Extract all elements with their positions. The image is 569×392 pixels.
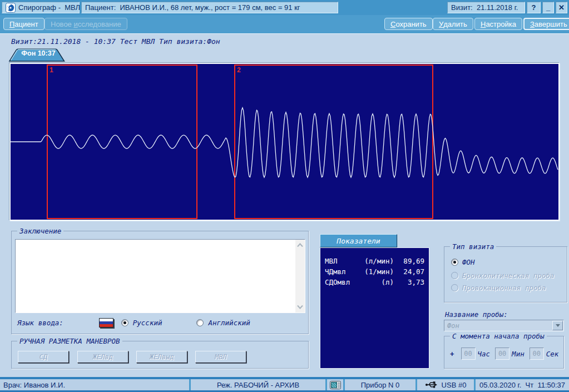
app-title-segment: Спирограф - МВЛ bbox=[2, 2, 80, 13]
usb-icon bbox=[425, 381, 437, 389]
visit-summary-line: Визит:21.11.2018 - 10:37 Тест МВЛ Тип ви… bbox=[11, 37, 220, 46]
close-button[interactable]: ✕ bbox=[556, 2, 567, 13]
finish-button[interactable]: Завершить bbox=[523, 18, 569, 30]
conclusion-scrollbar[interactable] bbox=[295, 240, 305, 312]
title-bar: Спирограф - МВЛ Пациент: ИВАНОВ И.И., 68… bbox=[0, 0, 569, 15]
usb-label: USB #0 bbox=[442, 381, 467, 389]
app-logo-icon bbox=[6, 3, 16, 13]
visit-provocation-label: Провокационная проба bbox=[462, 284, 546, 292]
tab-fon-label: Фон 10:37 bbox=[7, 49, 70, 57]
radio-visit-broncholytic bbox=[451, 272, 458, 279]
minutes-field: 00 bbox=[495, 348, 509, 360]
dropdown-button[interactable] bbox=[552, 321, 563, 330]
spirogram-chart[interactable]: 12 bbox=[9, 63, 560, 221]
status-bar: Врач: Иванов И.И. Реж. РАБОЧИЙ - АРХИВ П… bbox=[0, 379, 569, 390]
visit-type-title: Тип визита bbox=[450, 242, 496, 251]
manual-marking-title: РУЧНАЯ РАЗМЕТКА МАНЕВРОВ bbox=[17, 337, 122, 345]
probe-name-value: Фон bbox=[444, 322, 552, 330]
plus-label: + bbox=[450, 350, 454, 358]
toolbar: Пациент Новое исследование Сохранить Уда… bbox=[0, 15, 569, 33]
conclusion-textarea[interactable] bbox=[15, 239, 305, 313]
scroll-down-icon[interactable] bbox=[297, 305, 303, 309]
hours-label: Час bbox=[478, 350, 491, 358]
visit-date: Визит: 21.11.2018 г. bbox=[447, 2, 525, 13]
svg-text:2: 2 bbox=[237, 66, 241, 74]
mvl-button: МВЛ bbox=[195, 351, 246, 363]
seconds-field: 00 bbox=[530, 348, 544, 360]
indicators-header[interactable]: Показатели bbox=[320, 234, 397, 247]
svg-text:1: 1 bbox=[50, 66, 53, 74]
manual-marking-group: РУЧНАЯ РАЗМЕТКА МАНЕВРОВ СД ЖЕЛвд ЖЕЛвыд… bbox=[11, 341, 309, 369]
zhel-vyd-button: ЖЕЛвыд bbox=[136, 351, 187, 363]
russian-flag-icon bbox=[99, 318, 113, 328]
patient-info: Пациент: ИВАНОВ И.И., 68 лет, муж., рост… bbox=[81, 2, 338, 13]
probe-timer-title: С момента начала пробы bbox=[450, 332, 547, 340]
minutes-label: Мин bbox=[512, 350, 525, 358]
visit-broncholytic-label: Бронхолитическая проба bbox=[462, 271, 555, 280]
seconds-label: Сек bbox=[546, 350, 559, 358]
indicator-row: СДОмвл (л) 3,73 bbox=[325, 277, 424, 287]
lang-russian-label: Русский bbox=[133, 319, 162, 327]
indicator-row: ЧДмвл (1/мин) 24,07 bbox=[325, 266, 424, 277]
new-study-button: Новое исследование bbox=[44, 18, 127, 30]
conclusion-group: Заключение Язык ввода: Русск bbox=[11, 231, 309, 334]
settings-button[interactable]: Настройка bbox=[474, 18, 522, 30]
visit-type-group: Тип визита ФОН Бронхолитическая проба Пр… bbox=[444, 246, 567, 302]
chevron-down-icon bbox=[556, 324, 560, 327]
radio-lang-english[interactable] bbox=[196, 319, 204, 326]
scroll-up-icon[interactable] bbox=[297, 243, 303, 247]
lang-english-label: Английский bbox=[208, 319, 250, 327]
status-datetime: 05.03.2020 г. Чт 11:50:37 bbox=[476, 379, 569, 390]
radio-lang-russian[interactable] bbox=[121, 319, 128, 326]
probe-timer-group: С момента начала пробы + 00 Час 00 Мин 0… bbox=[444, 336, 564, 369]
conclusion-title: Заключение bbox=[17, 227, 63, 235]
radio-visit-fon[interactable] bbox=[451, 259, 458, 266]
app-window: Спирограф - МВЛ Пациент: ИВАНОВ И.И., 68… bbox=[0, 0, 569, 392]
input-language-label: Язык ввода: bbox=[17, 319, 63, 327]
indicator-row: МВЛ (л/мин) 89,69 bbox=[325, 256, 424, 266]
device-icon bbox=[327, 379, 343, 390]
status-usb: USB #0 bbox=[417, 379, 474, 390]
content-area: Визит:21.11.2018 - 10:37 Тест МВЛ Тип ви… bbox=[0, 33, 569, 377]
radio-visit-provocation bbox=[451, 284, 458, 291]
app-title: Спирограф - МВЛ bbox=[18, 3, 80, 12]
probe-name-label: Название пробы: bbox=[445, 310, 508, 319]
visit-fon-label: ФОН bbox=[462, 258, 475, 266]
zhel-vd-button: ЖЕЛвд bbox=[77, 351, 128, 363]
minimize-button[interactable]: _ bbox=[542, 2, 554, 13]
sd-button: СД bbox=[18, 351, 69, 363]
hours-field: 00 bbox=[461, 348, 476, 360]
save-button[interactable]: Сохранить bbox=[384, 18, 433, 30]
status-mode: Реж. РАБОЧИЙ - АРХИВ bbox=[191, 379, 325, 390]
patient-button[interactable]: Пациент bbox=[3, 18, 44, 30]
help-button[interactable]: ? bbox=[527, 2, 541, 13]
delete-button[interactable]: Удалить bbox=[433, 18, 473, 30]
indicators-panel: МВЛ (л/мин) 89,69 ЧДмвл (1/мин) 24,07 СД… bbox=[320, 247, 429, 369]
status-doctor: Врач: Иванов И.И. bbox=[0, 379, 189, 390]
probe-name-dropdown[interactable]: Фон bbox=[444, 320, 564, 331]
status-device: Прибор N 0 bbox=[345, 379, 415, 390]
